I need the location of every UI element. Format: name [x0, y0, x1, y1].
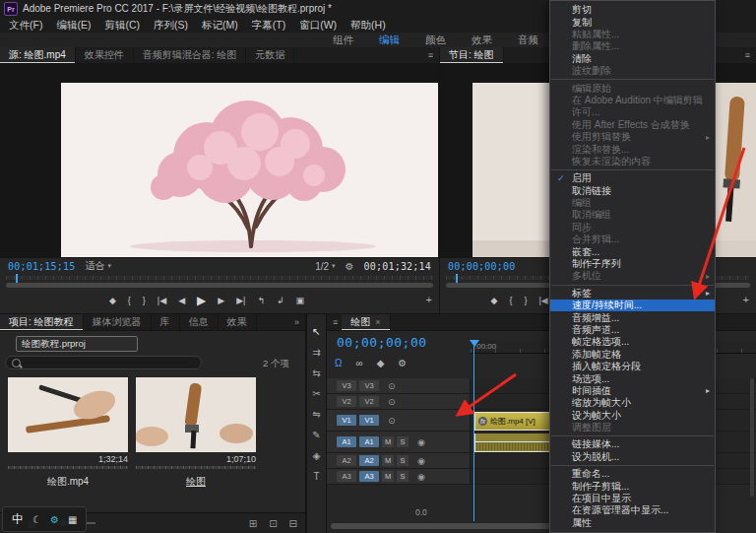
track-solo-button-A2[interactable]: S — [397, 455, 409, 466]
track-solo-button-A3[interactable]: S — [397, 471, 409, 482]
context-menu-item-31[interactable]: 插入帧定格分段 — [550, 361, 715, 372]
step-back-button[interactable]: ◀ — [178, 296, 185, 305]
delete-button[interactable]: ⊟ — [289, 518, 297, 529]
menubar-item-2[interactable]: 剪辑(C) — [97, 19, 147, 33]
context-menu-item-33[interactable]: 时间插值▸ — [550, 385, 715, 397]
context-menu-item-41[interactable]: 重命名... — [550, 468, 715, 480]
snap-toggle[interactable]: Ω — [335, 358, 342, 368]
ime-tools-icon[interactable]: ⚙ — [50, 514, 59, 525]
horizontal-scrollbar[interactable] — [331, 523, 551, 529]
track-source-button-V1[interactable]: V1 — [337, 415, 356, 426]
voiceover-record-icon-A1[interactable]: ◉ — [417, 437, 425, 447]
new-bin-button[interactable]: ⊞ — [249, 518, 257, 529]
context-menu-item-0[interactable]: 剪切 — [550, 4, 715, 16]
mark-out-button[interactable]: } — [524, 296, 527, 305]
context-menu-item-15[interactable]: ✓启用 — [550, 172, 715, 184]
project-item-video[interactable]: 1;32;14 绘图.mp4 — [8, 377, 128, 489]
track-target-button-A3[interactable]: A3 — [359, 471, 379, 482]
context-menu-item-32[interactable]: 场选项... — [550, 372, 715, 384]
linked-selection-toggle[interactable]: ∞ — [355, 358, 362, 368]
workspace-tab-2[interactable]: 颜色 — [425, 33, 446, 47]
mark-in-button[interactable]: { — [128, 296, 131, 305]
add-marker-button[interactable]: ◆ — [109, 296, 116, 305]
go-to-out-button[interactable]: ▶| — [236, 296, 245, 305]
timeline-settings-button[interactable]: ⚙ — [398, 358, 407, 368]
pen-tool[interactable]: ✎ — [312, 430, 320, 441]
menubar-item-4[interactable]: 标记(M) — [195, 19, 245, 33]
context-menu-item-21[interactable]: 嵌套... — [550, 245, 715, 257]
context-menu-item-30[interactable]: 添加帧定格 — [550, 349, 715, 361]
context-menu-item-38[interactable]: 链接媒体... — [550, 438, 715, 450]
razor-tool[interactable]: ✂ — [312, 388, 320, 400]
button-editor-button[interactable]: + — [743, 294, 749, 305]
type-tool[interactable]: T — [313, 471, 319, 483]
project-tab-1[interactable]: 媒体浏览器 — [84, 314, 152, 330]
source-tab-1[interactable]: 效果控件 — [76, 47, 134, 63]
play-button[interactable]: ▶ — [197, 294, 206, 307]
track-target-button-A2[interactable]: A2 — [359, 455, 379, 466]
project-item-sequence[interactable]: 1;07;10 绘图 — [136, 377, 256, 489]
timeline-timecode[interactable]: 00;00;00;00 — [337, 335, 427, 350]
hand-tool[interactable]: ◈ — [313, 450, 321, 462]
workspace-tab-4[interactable]: 音频 — [518, 33, 538, 47]
menubar-item-7[interactable]: 帮助(H) — [344, 19, 393, 33]
sequence-tab[interactable]: 绘图 × — [342, 314, 390, 330]
button-editor-button[interactable]: + — [426, 294, 432, 305]
context-menu-item-1[interactable]: 复制 — [550, 16, 715, 28]
menubar-item-3[interactable]: 序列(S) — [147, 19, 195, 33]
track-output-toggle-V2[interactable]: ⊙ — [388, 397, 396, 407]
track-target-button-V2[interactable]: V2 — [359, 396, 379, 407]
source-playhead[interactable] — [16, 274, 18, 283]
track-target-button-A1[interactable]: A1 — [359, 436, 379, 447]
close-icon[interactable]: × — [375, 317, 380, 327]
selection-tool[interactable]: ↖ — [312, 326, 320, 338]
source-scrubber[interactable] — [0, 276, 439, 290]
playhead-handle[interactable] — [470, 340, 479, 347]
keyboard-icon[interactable]: ▦ — [68, 514, 77, 525]
thumbnail-scrub-strip[interactable] — [8, 466, 128, 469]
voiceover-record-icon-A3[interactable]: ◉ — [417, 472, 425, 482]
track-mute-button-A2[interactable]: M — [382, 455, 394, 466]
source-tab-3[interactable]: 元数据 — [246, 47, 294, 63]
context-menu-item-42[interactable]: 制作子剪辑... — [550, 480, 715, 492]
panel-menu-icon[interactable]: ≡ — [333, 317, 338, 327]
moon-icon[interactable]: ☾ — [32, 514, 41, 525]
context-menu-item-16[interactable]: 取消链接 — [550, 184, 715, 196]
source-tab-2[interactable]: 音频剪辑混合器: 绘图 — [134, 47, 247, 63]
track-target-button-V3[interactable]: V3 — [359, 380, 379, 391]
ripple-edit-tool[interactable]: ⇆ — [312, 367, 320, 379]
zoom-level-dropdown[interactable]: 适合 ▾ — [85, 259, 111, 273]
track-mute-button-A1[interactable]: M — [382, 436, 394, 447]
source-tab-0[interactable]: 源: 绘图.mp4 — [0, 47, 76, 63]
workspace-tab-0[interactable]: 组件 — [333, 33, 353, 47]
context-menu-item-4[interactable]: 清除 — [550, 53, 715, 65]
add-marker-button[interactable]: ◆ — [490, 296, 497, 305]
item-name[interactable]: 绘图 — [136, 475, 256, 489]
track-source-button-A3[interactable]: A3 — [337, 471, 356, 482]
project-item-thumbnail[interactable] — [8, 377, 128, 452]
context-menu-item-45[interactable]: 属性 — [550, 517, 715, 529]
mark-in-button[interactable]: { — [509, 296, 512, 305]
playhead-line[interactable] — [473, 340, 474, 521]
project-tab-2[interactable]: 库 — [152, 314, 180, 330]
mark-out-button[interactable]: } — [143, 296, 146, 305]
ime-language-toggle[interactable]: 中 — [12, 511, 24, 528]
track-source-button-V2[interactable]: V2 — [337, 396, 356, 407]
project-tab-3[interactable]: 信息 — [180, 314, 219, 330]
project-tab-0[interactable]: 项目: 绘图教程 — [0, 314, 84, 330]
search-input[interactable] — [5, 356, 202, 369]
slip-tool[interactable]: ⇋ — [312, 409, 320, 421]
go-to-in-button[interactable]: |◀ — [538, 296, 547, 305]
context-menu-item-29[interactable]: 帧定格选项... — [550, 336, 715, 348]
panel-menu-icon[interactable]: ≡ — [745, 50, 750, 60]
project-item-thumbnail[interactable] — [136, 377, 256, 452]
source-scrub-ruler[interactable] — [6, 276, 433, 280]
track-source-button-A1[interactable]: A1 — [337, 436, 356, 447]
new-item-button[interactable]: ⊡ — [269, 518, 277, 529]
track-source-button-V3[interactable]: V3 — [337, 380, 356, 391]
context-menu-item-34[interactable]: 缩放为帧大小 — [550, 397, 715, 409]
context-menu-item-35[interactable]: 设为帧大小 — [550, 410, 715, 422]
project-file-label[interactable]: 绘图教程.prproj — [16, 336, 138, 352]
context-menu-item-22[interactable]: 制作子序列 — [550, 258, 715, 270]
menubar-item-6[interactable]: 窗口(W) — [292, 19, 344, 33]
